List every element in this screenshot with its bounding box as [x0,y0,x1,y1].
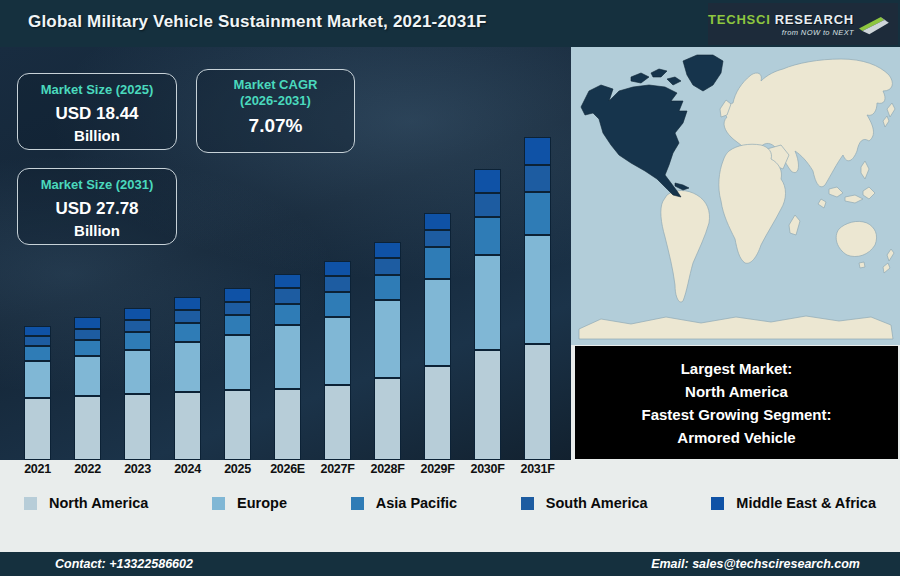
legend-swatch-south-america [521,497,534,510]
bar-segment-middle-east-africa [324,261,351,276]
legend-swatch-north-america [24,497,37,510]
bar-segment-asia-pacific [124,332,151,350]
stat-value: USD 18.44 [18,103,176,125]
stat-value: 7.07% [197,115,354,137]
highlight-box: Largest Market: North America Fastest Gr… [575,346,898,459]
bar-segment-north-america [224,390,251,460]
bar-segment-asia-pacific [474,217,501,255]
bar-segment-europe [324,317,351,385]
logo-text: TechSci Research from NOW to NEXT [708,12,854,37]
x-label-2028F: 2028F [374,462,401,476]
bar-2028F [374,242,401,460]
x-label-2022: 2022 [74,462,101,476]
bar-segment-south-america [374,258,401,275]
stat-card-market-size-2025: Market Size (2025) USD 18.44 Billion [17,73,177,150]
bar-2031F [524,137,551,460]
bar-segment-middle-east-africa [224,288,251,302]
bar-segment-europe [274,325,301,389]
x-label-2023: 2023 [124,462,151,476]
x-label-2025: 2025 [224,462,251,476]
legend-swatch-europe [212,497,225,510]
legend-item-south-america: South America [521,495,648,511]
bar-segment-europe [224,335,251,390]
legend-label-south-america: South America [546,495,648,511]
stat-unit: Billion [18,127,176,144]
bar-segment-middle-east-africa [374,242,401,258]
bar-segment-middle-east-africa [124,308,151,320]
bar-segment-south-america [124,320,151,332]
logo-brand-secondary: Research [775,12,854,27]
x-axis-labels: 202120222023202420252026E2027F2028F2029F… [0,462,571,476]
bar-segment-north-america [274,389,301,460]
bar-segment-middle-east-africa [174,297,201,310]
header-bar: Global Military Vehicle Sustainment Mark… [0,0,900,47]
bar-segment-south-america [224,302,251,315]
bar-segment-south-america [74,329,101,340]
legend-swatch-middle-east-africa [711,497,724,510]
bar-2023 [124,308,151,460]
legend-label-europe: Europe [237,495,287,511]
legend-item-europe: Europe [212,495,287,511]
footer-email: Email: sales@techsciresearch.com [651,557,860,571]
bar-segment-middle-east-africa [74,317,101,329]
bar-segment-south-america [324,276,351,292]
legend-item-north-america: North America [24,495,148,511]
x-label-2024: 2024 [174,462,201,476]
footer-contact: Contact: +13322586602 [55,557,193,571]
bar-segment-europe [474,255,501,350]
bar-segment-asia-pacific [274,304,301,325]
stat-card-market-size-2031: Market Size (2031) USD 27.78 Billion [17,168,177,245]
bar-2030F [474,169,501,460]
bar-segment-north-america [324,385,351,460]
bar-segment-south-america [24,336,51,346]
x-label-2030F: 2030F [474,462,501,476]
x-label-2021: 2021 [24,462,51,476]
bar-segment-europe [424,279,451,366]
bar-segment-asia-pacific [224,315,251,335]
logo-arrow-icon [859,5,890,43]
x-label-2026E: 2026E [274,462,301,476]
bar-2024 [174,297,201,460]
bar-segment-middle-east-africa [24,326,51,336]
bar-2029F [424,213,451,460]
bar-2027F [324,261,351,460]
bar-2025 [224,288,251,460]
bar-segment-north-america [74,396,101,460]
stat-title: Market Size (2031) [18,177,176,193]
bar-2022 [74,317,101,460]
bar-segment-south-america [424,230,451,247]
bar-segment-middle-east-africa [524,137,551,165]
bar-segment-europe [74,356,101,396]
bar-2021 [24,326,51,460]
stat-card-market-cagr: Market CAGR (2026-2031) 7.07% [196,69,355,153]
highlight-line-4: Armored Vehicle [575,426,898,449]
infographic-page: Global Military Vehicle Sustainment Mark… [0,0,900,576]
legend: North AmericaEuropeAsia PacificSouth Ame… [0,495,900,511]
x-label-2029F: 2029F [424,462,451,476]
logo-brand: TechSci Research [708,12,854,27]
bar-segment-asia-pacific [524,192,551,235]
bar-segment-asia-pacific [24,346,51,361]
bar-segment-north-america [474,350,501,460]
stat-title: Market Size (2025) [18,82,176,98]
bar-segment-north-america [524,344,551,460]
x-label-2031F: 2031F [524,462,551,476]
bar-segment-north-america [424,366,451,460]
legend-item-middle-east-africa: Middle East & Africa [711,495,876,511]
bar-segment-europe [174,342,201,392]
bar-segment-north-america [24,398,51,460]
bar-segment-middle-east-africa [424,213,451,230]
stat-title: Market CAGR [197,77,354,93]
bar-segment-asia-pacific [374,275,401,300]
highlight-line-1: Largest Market: [575,357,898,380]
stat-unit: Billion [18,222,176,239]
bar-segment-south-america [474,193,501,217]
logo-brand-primary: TechSci [708,12,771,27]
stat-title-years: (2026-2031) [197,93,354,109]
legend-label-north-america: North America [49,495,148,511]
legend-item-asia-pacific: Asia Pacific [351,495,457,511]
bar-segment-north-america [374,378,401,460]
highlight-line-2: North America [575,380,898,403]
world-map [571,47,900,345]
bar-segment-europe [124,350,151,394]
